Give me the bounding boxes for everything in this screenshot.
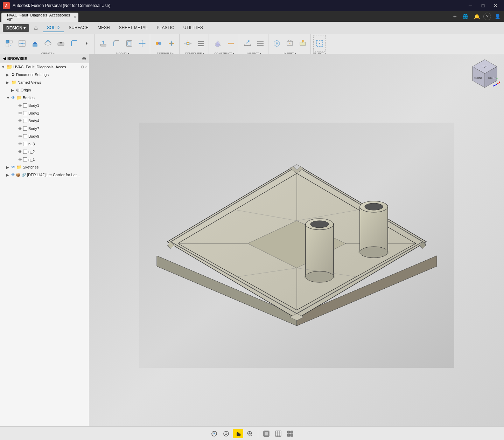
construct-group-label[interactable]: CONSTRUCT▾ <box>214 52 234 54</box>
tab-close-button[interactable]: ✕ <box>74 15 77 20</box>
browser-collapse-icon[interactable]: ◀ <box>3 56 6 61</box>
browser-settings-icon[interactable]: ⊕ <box>82 56 86 61</box>
tree-item-doc-settings[interactable]: ▶ ⚙ Document Settings <box>0 71 89 78</box>
tree-arrow-dfr: ▶ <box>6 173 11 177</box>
revolve-button[interactable] <box>42 35 54 52</box>
create-sketch-button[interactable] <box>16 35 28 52</box>
create-group-label[interactable]: CREATE▾ <box>41 52 55 54</box>
toolbar-group-select: SELECT▾ <box>312 34 327 54</box>
svg-rect-11 <box>33 44 37 47</box>
configure-button[interactable] <box>182 35 194 52</box>
svg-marker-41 <box>215 41 220 44</box>
insert-mesh-button[interactable] <box>271 35 283 52</box>
tree-item-dfr[interactable]: ▶ 👁 📦 🔗 [DFR1142]Lite Carrier for Lat... <box>0 171 89 179</box>
insert-canvas-button[interactable] <box>284 35 296 52</box>
viewport[interactable]: TOP RIGHT FRONT X Y Z <box>89 54 504 426</box>
globe-icon-button[interactable]: 🌐 <box>460 11 470 22</box>
tree-item-sketches[interactable]: ▶ 👁 📁 Sketches <box>0 163 89 171</box>
view-options-button[interactable] <box>285 429 295 438</box>
svg-point-92 <box>358 248 390 256</box>
minimize-button[interactable]: ─ <box>465 2 476 9</box>
configure-group-label[interactable]: CONFIGURE▾ <box>185 52 204 54</box>
svg-rect-121 <box>265 432 268 435</box>
body1-eye-icon[interactable]: 👁 <box>18 103 22 108</box>
new-component-button[interactable]: + <box>3 35 15 52</box>
assemble-group-label[interactable]: ASSEMBLE▾ <box>156 52 174 54</box>
svg-rect-24 <box>127 42 131 45</box>
tree-item-bodies[interactable]: ▼ 👁 📁 Bodies <box>0 94 89 102</box>
tab-mesh[interactable]: MESH <box>93 24 114 32</box>
tree-item-body4[interactable]: 👁 Body4 <box>0 117 89 125</box>
n2-eye-icon[interactable]: 👁 <box>18 150 22 154</box>
tab-plastic[interactable]: PLASTIC <box>153 24 178 32</box>
viewcube[interactable]: TOP RIGHT FRONT X Y Z <box>469 58 500 89</box>
inspect-group-label[interactable]: INSPECT▾ <box>247 52 261 54</box>
hole-button[interactable] <box>55 35 67 52</box>
root-settings-icon[interactable]: ⚙ <box>81 65 84 69</box>
maximize-button[interactable]: □ <box>477 2 489 9</box>
zoom-button[interactable] <box>245 429 255 438</box>
help-icon-button[interactable]: ? <box>483 13 491 20</box>
tab-utilities[interactable]: UTILITIES <box>179 24 207 32</box>
bodies-eye-icon[interactable]: 👁 <box>11 95 15 100</box>
sketches-eye-icon[interactable]: 👁 <box>11 165 15 170</box>
tab-sheet-metal[interactable]: SHEET METAL <box>115 24 152 32</box>
shell-button[interactable] <box>123 35 135 52</box>
more-create-button[interactable] <box>80 35 93 52</box>
tree-item-body9[interactable]: 👁 Body9 <box>0 132 89 140</box>
decal-button[interactable] <box>296 35 309 52</box>
tab-actions: + 🌐 🔔 ? 👤 <box>451 11 503 22</box>
select-button[interactable] <box>313 35 326 52</box>
tree-item-n2[interactable]: 👁 n_2 <box>0 148 89 156</box>
inspect-more-button[interactable] <box>254 35 267 52</box>
tree-item-body1[interactable]: 👁 Body1 <box>0 102 89 109</box>
bell-icon-button[interactable]: 🔔 <box>472 11 482 22</box>
extrude-icon <box>31 39 39 48</box>
dfr-eye-icon[interactable]: 👁 <box>11 173 15 177</box>
body9-eye-icon[interactable]: 👁 <box>18 134 22 138</box>
parameters-button[interactable] <box>195 35 207 52</box>
tree-item-origin[interactable]: ▶ ⊕ Origin <box>0 86 89 94</box>
grid-button[interactable] <box>273 429 284 438</box>
account-icon-button[interactable]: 👤 <box>492 11 503 22</box>
close-button[interactable]: ✕ <box>490 2 501 9</box>
n3-eye-icon[interactable]: 👁 <box>18 142 22 146</box>
tree-item-n3[interactable]: 👁 n_3 <box>0 140 89 148</box>
tree-item-root[interactable]: ▼ 📁 HVAC_Fault_Diagnosis_Acces... ⚙ ○ <box>0 63 89 71</box>
tab-solid[interactable]: SOLID <box>43 24 64 32</box>
tree-item-body7[interactable]: 👁 Body7 <box>0 125 89 132</box>
tree-item-named-views[interactable]: ▶ 📁 Named Views <box>0 78 89 86</box>
insert-group-label[interactable]: INSERT▾ <box>284 52 296 54</box>
construct-axis-button[interactable] <box>225 35 237 52</box>
new-tab-button[interactable]: + <box>451 11 459 22</box>
display-mode-button[interactable] <box>261 429 272 438</box>
fillet-button[interactable] <box>68 35 80 52</box>
viewcube-svg: TOP RIGHT FRONT X Y Z <box>469 58 500 89</box>
design-mode-button[interactable]: DESIGN ▾ <box>3 24 29 32</box>
n1-eye-icon[interactable]: 👁 <box>18 157 22 161</box>
body7-eye-icon[interactable]: 👁 <box>18 126 22 131</box>
home-button[interactable]: ⌂ <box>32 23 40 32</box>
body4-eye-icon[interactable]: 👁 <box>18 119 22 123</box>
active-tab[interactable]: HVAC_Fault_Diagnosis_Accessories v8* ✕ <box>1 13 78 22</box>
select-group-label[interactable]: SELECT▾ <box>313 52 326 54</box>
construct-plane-button[interactable] <box>211 35 224 52</box>
hand-tool-button[interactable] <box>233 429 243 438</box>
orbit-button[interactable] <box>209 429 219 438</box>
svg-rect-39 <box>198 45 204 46</box>
modify-group-label[interactable]: MODIFY▾ <box>116 52 129 54</box>
tree-item-n1[interactable]: 👁 n_1 <box>0 156 89 163</box>
measure-button[interactable] <box>241 35 254 52</box>
move-button[interactable] <box>136 35 148 52</box>
extrude-button[interactable] <box>29 35 41 52</box>
tab-surface[interactable]: SURFACE <box>64 24 93 32</box>
parameters-icon <box>197 39 205 48</box>
assemble-main-button[interactable] <box>152 35 165 52</box>
tree-item-body2[interactable]: 👁 Body2 <box>0 109 89 117</box>
joint-origin-button[interactable] <box>165 35 178 52</box>
fillet-mod-button[interactable] <box>110 35 122 52</box>
press-pull-button[interactable] <box>97 35 110 52</box>
look-at-button[interactable] <box>221 429 231 438</box>
svg-point-35 <box>187 42 189 44</box>
body2-eye-icon[interactable]: 👁 <box>18 111 22 115</box>
